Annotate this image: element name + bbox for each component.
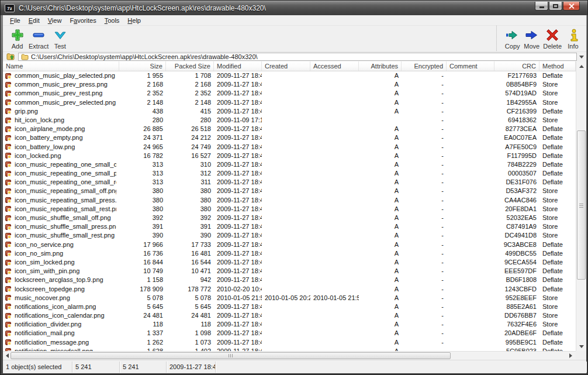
menu-item-view[interactable]: View xyxy=(44,16,66,25)
file-row[interactable]: icon_music_repeating_small_press.png3803… xyxy=(3,196,576,205)
minimize-button[interactable] xyxy=(535,2,548,11)
menu-item-file[interactable]: File xyxy=(6,16,25,25)
cell-crc: BD6F1808 xyxy=(494,276,539,284)
scroll-left-button[interactable] xyxy=(3,352,11,360)
file-row[interactable]: icon_music_shuffle_small_off.png39239220… xyxy=(3,214,576,222)
triangle-down-icon xyxy=(579,345,584,348)
cell-created xyxy=(262,143,310,152)
column-header-size[interactable]: Size xyxy=(119,61,166,71)
menu-item-help[interactable]: Help xyxy=(123,16,145,25)
column-header-packed[interactable]: Packed Size xyxy=(166,61,214,71)
file-row[interactable]: icon_music_repeating_one_small_rest.png3… xyxy=(3,178,576,187)
maximize-button[interactable] xyxy=(549,2,562,11)
column-header-created[interactable]: Created xyxy=(262,61,310,71)
cell-accessed xyxy=(310,249,359,258)
column-header-method[interactable]: Method xyxy=(539,61,576,71)
file-row[interactable]: icon_no_service.png17 96617 7332009-11-2… xyxy=(3,240,576,249)
file-row[interactable]: notificiation_mail.png1 3371 0982009-11-… xyxy=(3,329,576,338)
address-dropdown-button[interactable] xyxy=(577,53,586,61)
folder-up-button[interactable] xyxy=(5,53,16,61)
cell-size: 1 337 xyxy=(119,329,166,338)
file-row[interactable]: notificiation_missedcall.png1 6281 40220… xyxy=(3,347,576,351)
column-header-encrypted[interactable]: Encrypted xyxy=(402,61,447,71)
cell-method: Deflate xyxy=(539,107,576,116)
copy-button[interactable]: Copy xyxy=(503,27,522,51)
file-row[interactable]: icon_sim_locked.png16 84416 5442009-11-2… xyxy=(3,258,576,267)
scroll-down-button[interactable] xyxy=(576,342,587,351)
menu-item-edit[interactable]: Edit xyxy=(25,16,44,25)
file-row[interactable]: common_music_prev_rest.png2 3522 3522009… xyxy=(3,89,576,98)
file-row[interactable]: icon_battery_low.png24 96524 7492009-11-… xyxy=(3,143,576,152)
cell-comment xyxy=(447,116,494,125)
cell-size: 16 782 xyxy=(119,152,166,160)
cell-encrypted: - xyxy=(402,320,447,329)
address-input[interactable]: C:\Users\Chris\Desktop\system\app\HtcLoc… xyxy=(18,53,577,61)
file-row[interactable]: notifications_icon_calendar.png24 48124 … xyxy=(3,311,576,320)
scroll-up-button[interactable] xyxy=(576,61,587,71)
cell-name: notifications_icon_calendar.png xyxy=(3,311,119,320)
cell-created xyxy=(262,89,310,98)
file-row[interactable]: common_music_prev_selected.png2 1482 148… xyxy=(3,98,576,107)
cell-accessed xyxy=(310,311,359,320)
horizontal-scroll-thumb[interactable] xyxy=(11,352,451,359)
close-button[interactable] xyxy=(563,2,580,11)
file-row[interactable]: icon_no_sim.png16 73616 4812009-11-27 18… xyxy=(3,249,576,258)
column-header-accessed[interactable]: Accessed xyxy=(310,61,359,71)
move-button[interactable]: Move xyxy=(522,27,541,51)
file-row[interactable]: icon_battery_empty.png24 37124 2122009-1… xyxy=(3,133,576,142)
cell-created xyxy=(262,347,310,351)
file-row[interactable]: icon_music_repeating_small_off.png380380… xyxy=(3,187,576,195)
file-row[interactable]: grip.png4384152009-11-27 18:42A-CF216399… xyxy=(3,107,576,116)
delete-button[interactable]: Delete xyxy=(541,27,563,51)
cell-packed: 24 212 xyxy=(166,133,214,142)
file-row[interactable]: lockscreen_arcglass_top.9.png1 158942200… xyxy=(3,276,576,284)
file-row[interactable]: icon_sim_with_pin.png10 74910 4712009-11… xyxy=(3,267,576,276)
cell-crc: 952E8EEF xyxy=(494,294,539,302)
cell-method: Deflate xyxy=(539,267,576,276)
file-row[interactable]: notificiation_divider.png1181182009-11-2… xyxy=(3,320,576,329)
file-row[interactable]: common_music_prev_press.png2 1682 168200… xyxy=(3,80,576,89)
column-header-attributes[interactable]: Attributes xyxy=(359,61,402,71)
extract-button[interactable]: Extract xyxy=(27,27,50,51)
file-row[interactable]: music_nocover.png5 0785 0782010-01-05 21… xyxy=(3,294,576,302)
file-row[interactable]: icon_locked.png16 78216 5272009-11-27 18… xyxy=(3,152,576,160)
file-row[interactable]: notifications_icon_alarm.png5 6455 64520… xyxy=(3,302,576,311)
column-header-comment[interactable]: Comment xyxy=(447,61,494,71)
info-button[interactable]: Info xyxy=(563,27,583,51)
cell-packed: 5 645 xyxy=(166,302,214,311)
test-button[interactable]: Test xyxy=(50,27,70,51)
file-row[interactable]: icon_airplane_mode.png26 88526 5182009-1… xyxy=(3,125,576,133)
cell-crc: C87491A9 xyxy=(494,222,539,231)
scroll-right-button[interactable] xyxy=(566,352,575,360)
file-row[interactable]: hit_icon_lock.png2802802009-11-09 17:11-… xyxy=(3,116,576,125)
file-row[interactable]: notificiation_message.png1 2621 0732009-… xyxy=(3,338,576,347)
cell-crc: 995BE9C1 xyxy=(494,338,539,347)
cell-encrypted: - xyxy=(402,160,447,169)
menu-item-tools[interactable]: Tools xyxy=(101,16,124,25)
cell-created xyxy=(262,249,310,258)
file-row[interactable]: icon_music_shuffle_small_press.png391391… xyxy=(3,222,576,231)
vertical-scrollbar[interactable] xyxy=(576,61,586,351)
file-row[interactable]: icon_music_shuffle_small_rest.png3903902… xyxy=(3,231,576,240)
column-header-name[interactable]: Name xyxy=(3,61,119,71)
file-row[interactable]: lockscreen_topedge.png178 909178 7722010… xyxy=(3,285,576,294)
cell-size: 5 645 xyxy=(119,302,166,311)
file-row[interactable]: icon_music_repeating_small_rest.png38038… xyxy=(3,205,576,214)
menu-item-favorites[interactable]: Favorites xyxy=(65,16,100,25)
horizontal-scrollbar[interactable] xyxy=(3,351,576,360)
title-bar[interactable]: 7z C:\Users\Chris\Desktop\system\app\Htc… xyxy=(1,1,587,15)
cell-name: grip.png xyxy=(3,107,119,116)
cell-modified: 2009-11-27 18:42 xyxy=(214,143,262,152)
add-button[interactable]: Add xyxy=(8,27,27,51)
file-row[interactable]: common_music_play_selected.png1 9551 708… xyxy=(3,71,576,80)
close-icon xyxy=(569,3,575,9)
column-header-crc[interactable]: CRC xyxy=(494,61,539,71)
cell-modified: 2010-02-20 10:44 xyxy=(214,285,262,294)
column-header-modified[interactable]: Modified xyxy=(214,61,262,71)
vertical-scroll-thumb[interactable] xyxy=(577,130,586,280)
file-name: grip.png xyxy=(15,107,38,116)
cell-attributes: A xyxy=(359,214,402,222)
file-row[interactable]: icon_music_repeating_one_small_off.png31… xyxy=(3,160,576,169)
file-row[interactable]: icon_music_repeating_one_small_press....… xyxy=(3,169,576,178)
cell-encrypted: - xyxy=(402,231,447,240)
